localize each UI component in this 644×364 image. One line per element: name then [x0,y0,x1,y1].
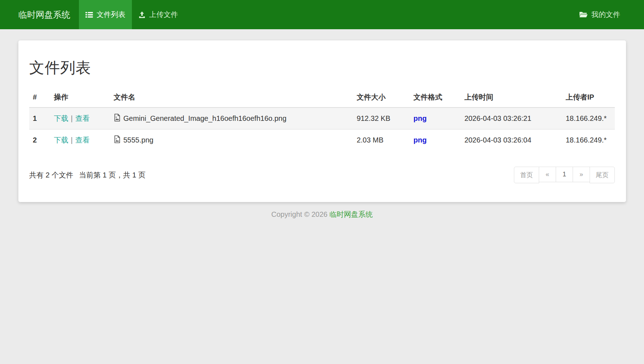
summary-files: 共有 2 个文件 [29,171,73,179]
nav-item-my-files[interactable]: 我的文件 [573,0,627,29]
row-index: 1 [29,108,50,130]
copyright-text: Copyright © 2026 [271,210,328,218]
table-row: 2 下载|查看 5555.png [29,130,615,151]
pagination-next-button[interactable]: » [573,167,590,182]
page-footer: Copyright © 2026 临时网盘系统 [0,210,644,230]
view-link[interactable]: 查看 [75,136,90,144]
action-separator: | [71,114,73,122]
top-navbar: 临时网盘系统 文件列表 上传文件 [0,0,644,29]
col-header-format: 文件格式 [410,87,461,108]
summary-pages: 当前第 1 页，共 1 页 [79,171,145,179]
uploader-ip: 18.166.249.* [562,108,615,130]
table-footer: 共有 2 个文件当前第 1 页，共 1 页 首页 « 1 » 尾页 [29,167,615,183]
uploader-ip: 18.166.249.* [562,130,615,151]
row-index: 2 [29,130,50,151]
upload-time: 2026-04-03 03:26:04 [461,130,562,151]
page-title: 文件列表 [29,58,615,78]
col-header-ip: 上传者IP [562,87,615,108]
col-header-uploaded: 上传时间 [461,87,562,108]
format-link[interactable]: png [413,136,427,144]
pagination-prev-button[interactable]: « [539,167,556,182]
footer-site-link[interactable]: 临时网盘系统 [329,210,373,218]
nav-item-upload[interactable]: 上传文件 [132,0,185,29]
list-icon [85,12,93,18]
file-image-icon [114,113,121,124]
nav-item-label: 我的文件 [591,10,620,19]
pagination-page-1-button[interactable]: 1 [556,167,573,182]
nav-item-file-list[interactable]: 文件列表 [79,0,132,29]
file-list-card: 文件列表 # 操作 文件名 文件大小 文件格式 上传时间 上传者IP 1 下载|… [18,40,626,202]
col-header-actions: 操作 [50,87,110,108]
nav-item-label: 上传文件 [149,10,178,19]
upload-icon [138,11,146,18]
nav-item-label: 文件列表 [97,10,125,19]
download-link[interactable]: 下载 [54,114,68,122]
pagination: 首页 « 1 » 尾页 [514,167,615,183]
col-header-index: # [29,87,50,108]
file-count-summary: 共有 2 个文件当前第 1 页，共 1 页 [29,170,146,180]
format-link[interactable]: png [413,114,427,122]
col-header-filename: 文件名 [110,87,353,108]
pagination-first-button[interactable]: 首页 [514,167,539,183]
action-separator: | [71,136,73,144]
file-size: 912.32 KB [353,108,410,130]
file-image-icon [114,135,121,145]
file-name: 5555.png [123,136,153,144]
col-header-size: 文件大小 [353,87,410,108]
file-name: Gemini_Generated_Image_h16oefh16oefh16o.… [123,114,287,123]
folder-open-icon [579,11,588,18]
navbar-spacer [185,0,573,29]
upload-time: 2026-04-03 03:26:21 [461,108,562,130]
brand-title[interactable]: 临时网盘系统 [18,0,70,29]
table-header-row: # 操作 文件名 文件大小 文件格式 上传时间 上传者IP [29,87,615,108]
view-link[interactable]: 查看 [75,114,90,122]
pagination-last-button[interactable]: 尾页 [590,167,615,183]
table-row: 1 下载|查看 Gemini_G [29,108,615,130]
download-link[interactable]: 下载 [54,136,68,144]
file-table: # 操作 文件名 文件大小 文件格式 上传时间 上传者IP 1 下载|查看 [29,87,615,151]
file-size: 2.03 MB [353,130,410,151]
